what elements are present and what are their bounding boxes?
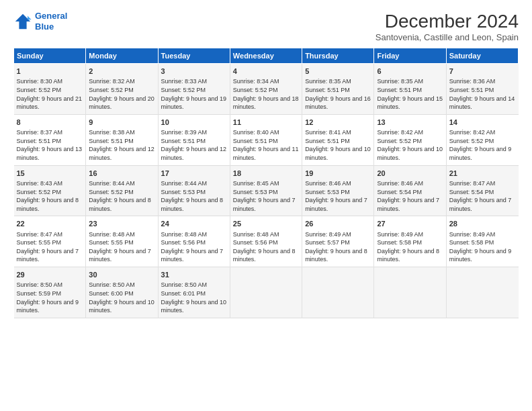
- day-number: 16: [89, 169, 154, 179]
- sunrise-text: Sunrise: 8:50 AM: [161, 281, 208, 288]
- daylight-text: Daylight: 9 hours and 19 minutes.: [161, 95, 227, 111]
- calendar-cell: 31Sunrise: 8:50 AMSunset: 6:01 PMDayligh…: [158, 267, 230, 318]
- day-number: 28: [449, 219, 516, 229]
- sunrise-text: Sunrise: 8:47 AM: [17, 231, 63, 238]
- sunset-text: Sunset: 5:52 PM: [17, 87, 62, 93]
- day-number: 9: [89, 118, 154, 128]
- day-number: 13: [377, 118, 443, 128]
- col-sunday: Sunday: [14, 48, 86, 64]
- sunset-text: Sunset: 6:00 PM: [89, 290, 134, 297]
- daylight-text: Daylight: 9 hours and 13 minutes.: [17, 146, 83, 161]
- daylight-text: Daylight: 9 hours and 7 minutes.: [161, 248, 224, 263]
- table-row: 1Sunrise: 8:30 AMSunset: 5:52 PMDaylight…: [14, 64, 519, 115]
- sunset-text: Sunset: 5:56 PM: [161, 239, 206, 246]
- sunrise-text: Sunrise: 8:33 AM: [161, 78, 208, 85]
- daylight-text: Daylight: 9 hours and 12 minutes.: [89, 146, 154, 161]
- calendar-cell: 2Sunrise: 8:32 AMSunset: 5:52 PMDaylight…: [86, 64, 158, 115]
- calendar-cell: 17Sunrise: 8:44 AMSunset: 5:53 PMDayligh…: [158, 165, 230, 216]
- daylight-text: Daylight: 9 hours and 7 minutes.: [17, 248, 79, 263]
- day-number: 25: [233, 219, 299, 229]
- col-monday: Monday: [86, 48, 158, 64]
- daylight-text: Daylight: 9 hours and 8 minutes.: [377, 248, 439, 263]
- calendar-cell: 28Sunrise: 8:49 AMSunset: 5:58 PMDayligh…: [446, 216, 518, 267]
- daylight-text: Daylight: 9 hours and 9 minutes.: [17, 299, 79, 314]
- sunrise-text: Sunrise: 8:35 AM: [305, 78, 351, 85]
- sunrise-text: Sunrise: 8:49 AM: [377, 231, 423, 238]
- calendar-cell: 4Sunrise: 8:34 AMSunset: 5:52 PMDaylight…: [230, 64, 302, 115]
- sunrise-text: Sunrise: 8:37 AM: [17, 129, 63, 136]
- day-number: 12: [305, 118, 371, 128]
- daylight-text: Daylight: 9 hours and 7 minutes.: [233, 197, 296, 212]
- sunset-text: Sunset: 5:52 PM: [161, 87, 206, 93]
- calendar-table: Sunday Monday Tuesday Wednesday Thursday…: [13, 48, 519, 318]
- day-number: 21: [449, 169, 516, 179]
- day-number: 4: [233, 66, 299, 77]
- svg-marker-0: [15, 13, 30, 28]
- logo-general: General: [35, 11, 67, 21]
- sunrise-text: Sunrise: 8:43 AM: [17, 180, 63, 187]
- daylight-text: Daylight: 9 hours and 10 minutes.: [377, 146, 443, 161]
- daylight-text: Daylight: 9 hours and 20 minutes.: [89, 95, 154, 111]
- sunset-text: Sunset: 5:51 PM: [17, 138, 62, 144]
- day-number: 10: [161, 118, 227, 128]
- day-number: 7: [449, 66, 516, 77]
- sunrise-text: Sunrise: 8:42 AM: [377, 129, 423, 136]
- daylight-text: Daylight: 9 hours and 10 minutes.: [161, 299, 227, 314]
- sunrise-text: Sunrise: 8:49 AM: [305, 231, 351, 238]
- day-number: 29: [17, 270, 83, 280]
- header-row: Sunday Monday Tuesday Wednesday Thursday…: [14, 48, 519, 64]
- col-saturday: Saturday: [446, 48, 518, 64]
- sunset-text: Sunset: 5:53 PM: [161, 189, 206, 195]
- sunrise-text: Sunrise: 8:48 AM: [233, 231, 279, 238]
- daylight-text: Daylight: 9 hours and 18 minutes.: [233, 95, 299, 111]
- logo-text: General Blue: [35, 11, 67, 32]
- sunset-text: Sunset: 5:52 PM: [89, 189, 134, 195]
- sunrise-text: Sunrise: 8:45 AM: [233, 180, 279, 187]
- sunrise-text: Sunrise: 8:46 AM: [305, 180, 351, 187]
- calendar-cell: 16Sunrise: 8:44 AMSunset: 5:52 PMDayligh…: [86, 165, 158, 216]
- sunrise-text: Sunrise: 8:48 AM: [89, 231, 135, 238]
- day-number: 5: [305, 66, 371, 77]
- logo-icon: [13, 12, 32, 31]
- daylight-text: Daylight: 9 hours and 9 minutes.: [449, 248, 512, 263]
- sunrise-text: Sunrise: 8:40 AM: [233, 129, 279, 136]
- sunrise-text: Sunrise: 8:47 AM: [449, 180, 496, 187]
- col-thursday: Thursday: [302, 48, 374, 64]
- day-number: 27: [377, 219, 443, 229]
- col-friday: Friday: [374, 48, 446, 64]
- calendar-cell: 22Sunrise: 8:47 AMSunset: 5:55 PMDayligh…: [14, 216, 86, 267]
- sunrise-text: Sunrise: 8:49 AM: [449, 231, 496, 238]
- day-number: 6: [377, 66, 443, 77]
- calendar-cell: 6Sunrise: 8:35 AMSunset: 5:51 PMDaylight…: [374, 64, 446, 115]
- sunset-text: Sunset: 5:51 PM: [161, 138, 206, 144]
- sunset-text: Sunset: 5:52 PM: [233, 87, 278, 93]
- sunrise-text: Sunrise: 8:35 AM: [377, 78, 423, 85]
- calendar-cell: 24Sunrise: 8:48 AMSunset: 5:56 PMDayligh…: [158, 216, 230, 267]
- calendar-cell: 29Sunrise: 8:50 AMSunset: 5:59 PMDayligh…: [14, 267, 86, 318]
- daylight-text: Daylight: 9 hours and 12 minutes.: [161, 146, 227, 161]
- title-area: December 2024 Santovenia, Castille and L…: [375, 11, 519, 42]
- header-area: General Blue December 2024 Santovenia, C…: [13, 11, 519, 42]
- calendar-cell: 18Sunrise: 8:45 AMSunset: 5:53 PMDayligh…: [230, 165, 302, 216]
- day-number: 19: [305, 169, 371, 179]
- day-number: 15: [17, 169, 83, 179]
- day-number: 3: [161, 66, 227, 77]
- daylight-text: Daylight: 9 hours and 9 minutes.: [449, 146, 512, 161]
- daylight-text: Daylight: 9 hours and 8 minutes.: [233, 248, 296, 263]
- daylight-text: Daylight: 9 hours and 7 minutes.: [305, 197, 367, 212]
- daylight-text: Daylight: 9 hours and 11 minutes.: [233, 146, 299, 161]
- col-tuesday: Tuesday: [158, 48, 230, 64]
- sunset-text: Sunset: 5:51 PM: [233, 138, 278, 144]
- sunset-text: Sunset: 5:51 PM: [305, 87, 350, 93]
- daylight-text: Daylight: 9 hours and 8 minutes.: [89, 197, 151, 212]
- daylight-text: Daylight: 9 hours and 7 minutes.: [449, 197, 512, 212]
- calendar-cell: 26Sunrise: 8:49 AMSunset: 5:57 PMDayligh…: [302, 216, 374, 267]
- sunset-text: Sunset: 5:51 PM: [89, 138, 134, 144]
- sunrise-text: Sunrise: 8:39 AM: [161, 129, 208, 136]
- daylight-text: Daylight: 9 hours and 8 minutes.: [17, 197, 79, 212]
- daylight-text: Daylight: 9 hours and 7 minutes.: [377, 197, 439, 212]
- sunset-text: Sunset: 5:51 PM: [377, 87, 422, 93]
- logo: General Blue: [13, 11, 67, 32]
- sunset-text: Sunset: 5:57 PM: [305, 239, 350, 246]
- day-number: 18: [233, 169, 299, 179]
